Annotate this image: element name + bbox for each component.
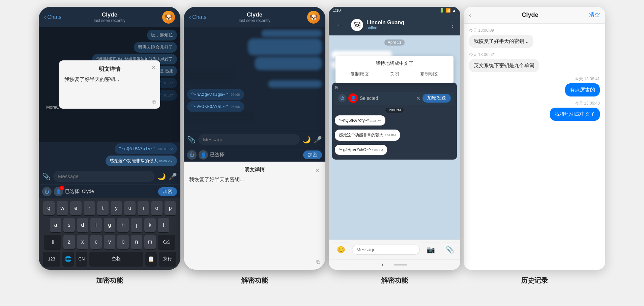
key-t[interactable]: t: [97, 201, 109, 215]
key-d[interactable]: d: [77, 218, 88, 232]
blurred-bubble[interactable]: [255, 57, 322, 70]
keyboard-row-3: ⇧ z x c v b n m ⌫: [40, 235, 179, 249]
phone2-chat-area: ^~hAzgw7zIgm~^ 06:06 ^~V03kF0AYSL~^ 06:0…: [184, 27, 325, 131]
key-n[interactable]: n: [131, 235, 142, 249]
phone2-avatar[interactable]: 🐶: [307, 11, 320, 24]
key-i[interactable]: i: [138, 201, 149, 215]
copy-icon[interactable]: ⧉: [152, 99, 156, 105]
history-bubble[interactable]: 英文系统下密钥是九个单词: [469, 59, 539, 72]
power-icon-android[interactable]: ⏻: [338, 94, 346, 102]
key-clipboard[interactable]: 📋: [145, 252, 157, 266]
blurred-bubble[interactable]: [248, 38, 322, 55]
key-g[interactable]: g: [104, 218, 115, 232]
phone1-avatar[interactable]: 🐶: [162, 11, 175, 24]
history-bubble[interactable]: 有点厉害的: [565, 83, 600, 96]
badge-count: 1: [60, 186, 64, 190]
emoji-icon[interactable]: 🌙: [302, 136, 311, 144]
history-clear-button[interactable]: 清空: [589, 11, 600, 19]
key-z[interactable]: z: [63, 235, 75, 249]
key-globe[interactable]: 🌐: [62, 252, 74, 266]
encrypt-button[interactable]: 加密: [158, 187, 177, 196]
nav-back[interactable]: ‹: [382, 261, 384, 268]
emoji-icon-android[interactable]: 😊: [333, 243, 349, 256]
copy-cipher-button[interactable]: 复制密文: [348, 70, 372, 79]
blurred-bubble[interactable]: [187, 113, 251, 121]
nested-you-label: 你: [335, 85, 339, 90]
android-encrypt-button[interactable]: 加密发送: [422, 94, 451, 103]
key-q[interactable]: q: [43, 201, 55, 215]
blurred-bubble[interactable]: [268, 80, 322, 88]
key-space[interactable]: 空格: [89, 252, 143, 266]
signal-icon: ▲: [452, 8, 456, 13]
blurred-bubble[interactable]: [187, 72, 234, 79]
nav-home[interactable]: [394, 264, 407, 266]
popup-close-android[interactable]: ✕: [416, 95, 420, 102]
msg-bubble[interactable]: 感觉这个功能非常的强大 06:09 ✓✓: [106, 156, 177, 166]
key-backspace[interactable]: ⌫: [158, 235, 175, 249]
message-input[interactable]: [53, 171, 155, 182]
key-f[interactable]: f: [90, 218, 102, 232]
key-cn[interactable]: CN: [76, 252, 87, 266]
phone2-back[interactable]: ‹ Chats: [189, 14, 206, 20]
message-input-android[interactable]: [352, 245, 420, 255]
history-bubble[interactable]: 我恢复了好半天的密钥...: [469, 35, 533, 48]
key-a[interactable]: a: [50, 218, 61, 232]
mic-icon[interactable]: 🎤: [169, 172, 177, 180]
user-icon-android[interactable]: 👤: [348, 93, 358, 103]
popup-title: 明文详情: [64, 66, 155, 73]
encrypted-bubble[interactable]: ^~nQ6fPA7ofy~^ 06:08 ✓✓: [115, 143, 177, 154]
encrypt-button-2[interactable]: 加密: [303, 150, 322, 159]
close-button[interactable]: 关闭: [387, 70, 402, 79]
key-s[interactable]: s: [63, 218, 75, 232]
copy-plain-button[interactable]: 复制明文: [417, 70, 441, 79]
key-123[interactable]: 123: [43, 252, 60, 266]
key-r[interactable]: r: [84, 201, 95, 215]
key-c[interactable]: c: [90, 235, 102, 249]
blurred-bubble[interactable]: [261, 30, 322, 37]
key-j[interactable]: j: [131, 218, 142, 232]
key-k[interactable]: k: [144, 218, 156, 232]
history-back-button[interactable]: ‹: [469, 11, 471, 19]
emoji-icon[interactable]: 🌙: [157, 172, 166, 180]
phone1-back[interactable]: ‹ Chats: [44, 14, 61, 20]
key-h[interactable]: h: [117, 218, 129, 232]
key-b[interactable]: b: [117, 235, 129, 249]
message-input-2[interactable]: [198, 134, 300, 145]
msg-bubble-android[interactable]: ^~gJHpVrZchO~^ 1:09 PM: [335, 145, 387, 155]
user-icon[interactable]: 👤: [199, 150, 208, 160]
key-x[interactable]: x: [77, 235, 88, 249]
attachment-icon[interactable]: 📎: [42, 172, 51, 180]
key-u[interactable]: u: [124, 201, 136, 215]
more-icon[interactable]: ⋮: [449, 21, 456, 29]
time-separator: 1:08 PM: [335, 108, 454, 113]
power-icon[interactable]: ⏻: [187, 150, 197, 160]
panel3-label: 解密功能: [381, 276, 408, 285]
time-label-android: 1:08 PM: [385, 108, 403, 113]
attachment-icon-android[interactable]: 📎: [442, 243, 458, 256]
key-shift[interactable]: ⇧: [44, 235, 61, 249]
key-y[interactable]: y: [111, 201, 122, 215]
power-icon[interactable]: ⏻: [42, 187, 52, 196]
key-return[interactable]: 换行: [159, 252, 176, 266]
key-e[interactable]: e: [70, 201, 82, 215]
msg-bubble-android[interactable]: 感觉这个功能非常的强大 1:09 PM: [335, 130, 400, 141]
popup-close-button[interactable]: ✕: [151, 64, 156, 71]
popup2-close[interactable]: ✕: [315, 167, 320, 174]
key-l[interactable]: l: [158, 218, 169, 232]
msg-bubble-android[interactable]: ^~nQ6fPA7ofy~^ 1:08 PM: [335, 115, 385, 126]
copy-icon-2[interactable]: ⧉: [316, 259, 320, 265]
android-back-arrow[interactable]: ←: [333, 18, 348, 32]
key-w[interactable]: w: [57, 201, 68, 215]
key-v[interactable]: v: [104, 235, 115, 249]
key-m[interactable]: m: [144, 235, 156, 249]
camera-icon-android[interactable]: 📷: [422, 243, 439, 256]
attachment-icon[interactable]: 📎: [187, 136, 196, 144]
history-bubble[interactable]: 我特地切成中文了: [550, 108, 600, 121]
user-icon[interactable]: 👤 1: [54, 187, 63, 196]
encrypted-bubble[interactable]: ^~V03kF0AYSL~^ 06:06: [187, 101, 244, 112]
key-p[interactable]: p: [165, 201, 176, 215]
encrypted-bubble[interactable]: ^~hAzgw7zIgm~^ 06:06: [187, 89, 244, 100]
mic-icon[interactable]: 🎤: [314, 136, 322, 144]
key-o[interactable]: o: [151, 201, 163, 215]
status-icons: 🔋 📶 ▲: [439, 8, 456, 13]
